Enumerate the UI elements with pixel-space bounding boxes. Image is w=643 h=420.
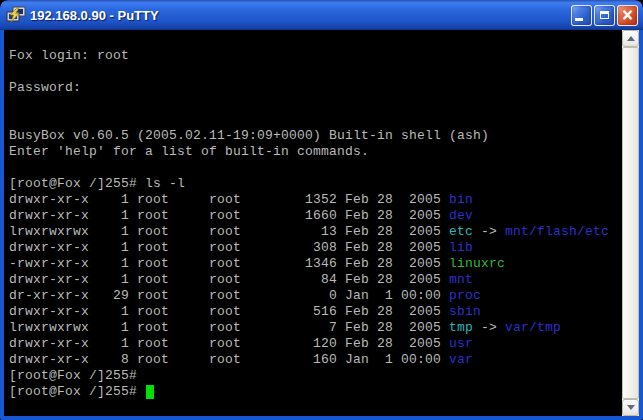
vertical-scrollbar[interactable] <box>622 30 639 416</box>
terminal-row <box>9 32 622 48</box>
window-body: Fox login: rootPassword:BusyBox v0.60.5 … <box>0 30 643 420</box>
terminal-row: drwxr-xr-x 8 root root 160 Jan 1 00:00 v… <box>9 352 622 368</box>
terminal-row: drwxr-xr-x 1 root root 84 Feb 28 2005 mn… <box>9 272 622 288</box>
terminal-row: BusyBox v0.60.5 (2005.02.11-19:09+0000) … <box>9 128 622 144</box>
terminal-row: lrwxrwxrwx 1 root root 13 Feb 28 2005 et… <box>9 224 622 240</box>
terminal-row: Fox login: root <box>9 48 622 64</box>
terminal-text: proc <box>449 288 481 303</box>
terminal-text: var/tmp <box>505 320 561 335</box>
terminal-text: drwxr-xr-x 8 root root 160 Jan 1 00:00 <box>9 352 449 367</box>
title-bar[interactable]: 192.168.0.90 - PuTTY × <box>0 0 643 30</box>
terminal-row: Enter 'help' for a list of built-in comm… <box>9 144 622 160</box>
maximize-icon <box>600 11 609 19</box>
terminal-row: drwxr-xr-x 1 root root 308 Feb 28 2005 l… <box>9 240 622 256</box>
terminal-row: [root@Fox /]255# <box>9 368 622 384</box>
terminal-text: BusyBox v0.60.5 (2005.02.11-19:09+0000) … <box>9 128 489 143</box>
terminal-text: Fox login: root <box>9 48 129 63</box>
terminal-row <box>9 96 622 112</box>
terminal-text: [root@Fox /]255# ls -l <box>9 176 185 191</box>
putty-window: 192.168.0.90 - PuTTY × Fox login: rootPa… <box>0 0 643 420</box>
terminal-text: Enter 'help' for a list of built-in comm… <box>9 144 369 159</box>
terminal-text: dr-xr-xr-x 29 root root 0 Jan 1 00:00 <box>9 288 449 303</box>
terminal-row: [root@Fox /]255# ls -l <box>9 176 622 192</box>
putty-app-icon <box>6 6 26 24</box>
terminal-text: [root@Fox /]255# <box>9 368 137 383</box>
terminal-text: drwxr-xr-x 1 root root 308 Feb 28 2005 <box>9 240 449 255</box>
terminal-text: etc <box>449 224 473 239</box>
terminal-text: drwxr-xr-x 1 root root 84 Feb 28 2005 <box>9 272 449 287</box>
terminal-text: -> <box>473 224 505 239</box>
terminal-text: -> <box>473 320 505 335</box>
minimize-button[interactable] <box>571 5 592 26</box>
terminal-screen[interactable]: Fox login: rootPassword:BusyBox v0.60.5 … <box>4 30 622 416</box>
terminal-text: dev <box>449 208 473 223</box>
terminal-cursor <box>146 385 154 399</box>
terminal-text: linuxrc <box>449 256 505 271</box>
terminal-row: dr-xr-xr-x 29 root root 0 Jan 1 00:00 pr… <box>9 288 622 304</box>
terminal-text: drwxr-xr-x 1 root root 120 Feb 28 2005 <box>9 336 449 351</box>
terminal-row: drwxr-xr-x 1 root root 120 Feb 28 2005 u… <box>9 336 622 352</box>
terminal-row <box>9 112 622 128</box>
terminal-text: drwxr-xr-x 1 root root 1660 Feb 28 2005 <box>9 208 449 223</box>
terminal-text: drwxr-xr-x 1 root root 516 Feb 28 2005 <box>9 304 449 319</box>
scrollbar-thumb[interactable] <box>622 47 639 399</box>
scroll-down-button[interactable] <box>622 399 639 416</box>
terminal-text: lrwxrwxrwx 1 root root 7 Feb 28 2005 <box>9 320 449 335</box>
terminal-text: var <box>449 352 473 367</box>
terminal-row <box>9 160 622 176</box>
scroll-up-button[interactable] <box>622 30 639 47</box>
window-controls: × <box>571 5 638 26</box>
terminal-row <box>9 64 622 80</box>
scroll-up-icon <box>627 36 635 41</box>
close-icon: × <box>621 8 634 23</box>
terminal-text: [root@Fox /]255# <box>9 384 145 399</box>
terminal-text: mnt <box>449 272 473 287</box>
terminal-row: [root@Fox /]255# <box>9 384 622 400</box>
terminal-text: sbin <box>449 304 481 319</box>
maximize-button[interactable] <box>594 5 615 26</box>
window-title: 192.168.0.90 - PuTTY <box>30 8 571 23</box>
terminal-row: Password: <box>9 80 622 96</box>
terminal-text: lrwxrwxrwx 1 root root 13 Feb 28 2005 <box>9 224 449 239</box>
terminal-text: drwxr-xr-x 1 root root 1352 Feb 28 2005 <box>9 192 449 207</box>
terminal-text: lib <box>449 240 473 255</box>
minimize-icon <box>575 18 583 21</box>
close-button[interactable]: × <box>617 5 638 26</box>
terminal-text: usr <box>449 336 473 351</box>
terminal-text: tmp <box>449 320 473 335</box>
scroll-down-icon <box>627 405 635 410</box>
terminal-text: -rwxr-xr-x 1 root root 1346 Feb 28 2005 <box>9 256 449 271</box>
terminal-row: drwxr-xr-x 1 root root 1660 Feb 28 2005 … <box>9 208 622 224</box>
terminal-text: Password: <box>9 80 81 95</box>
terminal-text: bin <box>449 192 473 207</box>
terminal-row: drwxr-xr-x 1 root root 516 Feb 28 2005 s… <box>9 304 622 320</box>
terminal-row: -rwxr-xr-x 1 root root 1346 Feb 28 2005 … <box>9 256 622 272</box>
terminal-row: drwxr-xr-x 1 root root 1352 Feb 28 2005 … <box>9 192 622 208</box>
terminal-row: lrwxrwxrwx 1 root root 7 Feb 28 2005 tmp… <box>9 320 622 336</box>
terminal-text: mnt/flash/etc <box>505 224 609 239</box>
